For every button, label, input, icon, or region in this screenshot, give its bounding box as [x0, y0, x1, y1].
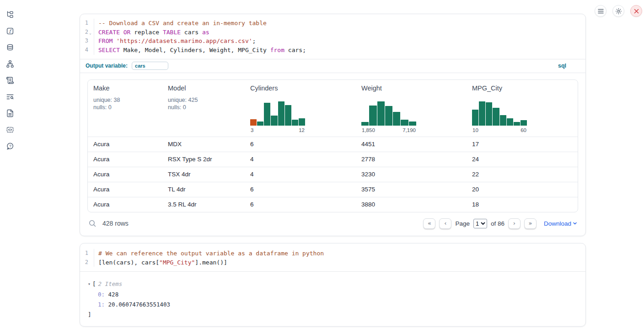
histogram-bar: [278, 101, 284, 126]
collapse-chevron-icon[interactable]: ▾: [88, 279, 91, 289]
histogram-bar: [292, 120, 298, 126]
table-cell: Acura: [88, 201, 162, 208]
column-header-model[interactable]: Modelunique: 425nulls: 0: [162, 80, 245, 137]
table-cell: 20: [467, 186, 578, 193]
settings-button[interactable]: [612, 5, 624, 17]
table-cell: 4: [245, 171, 356, 178]
sql-output-section: Makeunique: 38nulls: 0Modelunique: 425nu…: [80, 73, 585, 236]
table-cell: 4: [245, 156, 356, 163]
histogram-bar: [521, 120, 527, 126]
column-header-make[interactable]: Makeunique: 38nulls: 0: [88, 80, 162, 137]
column-histogram: 312: [250, 101, 305, 133]
histogram-bar: [479, 101, 485, 126]
code-text: FROM 'https://datasets.marimo.app/cars.c…: [94, 37, 256, 46]
column-header-weight[interactable]: Weight1,8507,190: [356, 80, 467, 137]
table-cell: 17: [467, 141, 578, 148]
results-table: Makeunique: 38nulls: 0Modelunique: 425nu…: [87, 79, 578, 212]
histogram-axis-labels: 1,8507,190: [361, 127, 416, 133]
code-line: 2⌄CREATE OR replace TABLE cars as: [80, 28, 585, 37]
table-cell: 18: [467, 201, 578, 208]
line-number: 3: [80, 37, 94, 46]
table-cell: 3.5 RL 4dr: [162, 201, 245, 208]
histogram-bar: [369, 106, 376, 125]
hamburger-icon: [598, 9, 604, 14]
line-number: 2: [80, 258, 94, 267]
column-header-mpg_city[interactable]: MPG_City1060: [467, 80, 578, 137]
table-cell: 6: [245, 201, 356, 208]
histogram-bar: [264, 103, 270, 126]
documentation-icon[interactable]: [6, 109, 14, 117]
column-stats: unique: 38nulls: 0: [93, 96, 157, 111]
histogram-bar: [361, 122, 369, 126]
table-cell: Acura: [88, 141, 162, 148]
tree-root[interactable]: ▾[2 Items: [88, 279, 578, 290]
table-cell: 6: [245, 141, 356, 148]
column-label: Weight: [361, 85, 461, 92]
table-row[interactable]: AcuraTL 4dr6357520: [88, 182, 578, 197]
code-text: SELECT Make, Model, Cylinders, Weight, M…: [94, 46, 306, 55]
column-header-cylinders[interactable]: Cylinders312: [245, 80, 356, 137]
column-label: Model: [168, 85, 239, 92]
page-label: Page: [455, 220, 470, 227]
table-cell: 3230: [356, 171, 467, 178]
shutdown-button[interactable]: [630, 5, 642, 17]
close-icon: [634, 9, 639, 14]
datasources-icon[interactable]: [6, 43, 14, 52]
column-label: MPG_City: [472, 85, 572, 92]
python-code-editor[interactable]: 1# We can reference the output variable …: [80, 243, 585, 271]
python-cell: 1# We can reference the output variable …: [80, 243, 586, 327]
code-text: -- Download a CSV and create an in-memor…: [94, 19, 267, 28]
histogram-bar: [507, 118, 513, 126]
download-label: Download: [544, 220, 571, 227]
line-number: 2⌄: [80, 28, 94, 37]
table-row[interactable]: AcuraMDX6445117: [88, 137, 578, 152]
help-icon[interactable]: ?: [6, 142, 14, 150]
histogram-bar: [299, 118, 305, 126]
table-cell: TL 4dr: [162, 186, 245, 193]
file-explorer-icon[interactable]: [6, 11, 14, 19]
line-number: 4: [80, 46, 94, 55]
code-line: 1-- Download a CSV and create an in-memo…: [80, 19, 585, 28]
first-page-button[interactable]: «: [423, 218, 435, 229]
tree-item: 0: 428: [88, 290, 578, 300]
histogram-axis-labels: 312: [250, 127, 305, 133]
histogram-bar: [486, 102, 492, 125]
histogram-bar: [472, 110, 478, 126]
code-text: # We can reference the output variable a…: [94, 249, 324, 258]
code-text: [len(cars), cars["MPG_City"].mean()]: [94, 258, 227, 267]
dependency-graph-icon[interactable]: [6, 60, 14, 68]
sql-code-editor[interactable]: 1-- Download a CSV and create an in-memo…: [80, 14, 585, 59]
column-label: Cylinders: [250, 85, 350, 92]
language-badge[interactable]: sql: [558, 63, 566, 69]
fold-chevron-icon[interactable]: ⌄: [88, 29, 92, 38]
last-page-button[interactable]: »: [524, 218, 537, 229]
table-cell: MDX: [162, 141, 245, 148]
histogram-bar: [514, 122, 520, 125]
code-line: 4SELECT Make, Model, Cylinders, Weight, …: [80, 46, 585, 55]
histogram-axis-labels: 1060: [472, 127, 527, 133]
svg-text:?: ?: [9, 144, 11, 148]
search-icon[interactable]: [88, 219, 97, 227]
table-row[interactable]: AcuraRSX Type S 2dr4277824: [88, 152, 578, 167]
page-select[interactable]: 1: [473, 219, 487, 228]
scratchpad-icon[interactable]: [6, 76, 14, 85]
table-cell: TSX 4dr: [162, 171, 245, 178]
histogram-bar: [493, 108, 499, 126]
table-row[interactable]: Acura3.5 RL 4dr6388018: [88, 197, 578, 212]
logs-icon[interactable]: [6, 93, 14, 101]
histogram-bar: [257, 122, 263, 125]
output-variable-row: Output variable: sql: [80, 59, 585, 73]
download-button[interactable]: Download: [544, 220, 577, 227]
prev-page-button[interactable]: ‹: [439, 218, 451, 229]
row-count: 428 rows: [102, 220, 129, 227]
line-number: 1: [80, 249, 94, 258]
functions-icon[interactable]: f: [6, 27, 14, 35]
table-row[interactable]: AcuraTSX 4dr4323022: [88, 167, 578, 182]
next-page-button[interactable]: ›: [508, 218, 521, 229]
table-cell: 4451: [356, 141, 467, 148]
snippets-icon[interactable]: [6, 126, 14, 134]
table-cell: 3880: [356, 201, 467, 208]
column-label: Make: [93, 85, 157, 92]
menu-button[interactable]: [595, 5, 606, 17]
output-variable-input[interactable]: [132, 62, 168, 70]
